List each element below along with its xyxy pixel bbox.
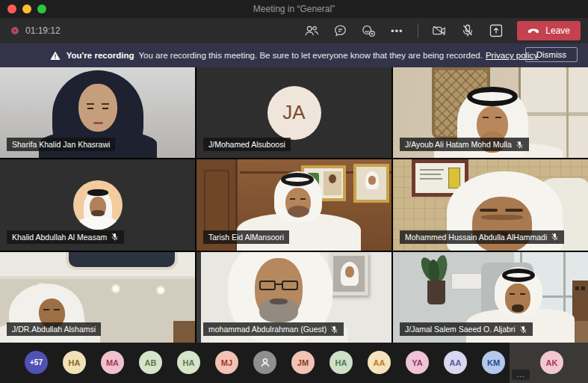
person-icon[interactable]: [253, 351, 276, 374]
avatar-bar-list: +57HAMAABHAMJJMHAAAYAAAKM: [25, 351, 505, 374]
photo-avatar: [73, 180, 123, 230]
avatar[interactable]: YA: [406, 351, 429, 374]
overflow-participant-tile[interactable]: AK ...: [510, 343, 588, 383]
banner-title: You're recording: [66, 51, 134, 60]
muted-mic-icon: [551, 233, 559, 241]
overflow-count-avatar[interactable]: +57: [25, 351, 48, 374]
leave-button[interactable]: Leave: [517, 21, 581, 40]
maximize-window-icon[interactable]: [37, 4, 46, 13]
hangup-icon: [527, 28, 539, 34]
avatar[interactable]: JM: [291, 351, 315, 374]
avatar[interactable]: MA: [101, 351, 124, 374]
recording-indicator: 01:19:12: [12, 25, 61, 36]
participant-name-tag: Khalid Abdullah Al Measam: [7, 230, 124, 244]
avatar[interactable]: HA: [177, 351, 200, 374]
muted-mic-icon: [330, 325, 338, 334]
participant-tile[interactable]: Tarish Eid AlMansoori: [196, 159, 392, 250]
participant-name: J/Mohamed Alsuboosi: [208, 140, 285, 149]
share-screen-icon[interactable]: [489, 23, 504, 38]
participant-name: Khalid Abdullah Al Measam: [12, 233, 107, 242]
close-window-icon[interactable]: [7, 4, 16, 13]
banner-message: You are recording this meeting. Be sure …: [138, 51, 483, 60]
initials-avatar: JA: [267, 86, 321, 140]
participant-tile[interactable]: mohammad Abdulrahman (Guest): [196, 252, 392, 343]
tile-more-options-button[interactable]: ...: [512, 370, 530, 380]
participant-name-tag: J/Mohamed Alsuboosi: [203, 138, 291, 151]
video-grid: Sharifa Khalid Jan Khasrawi JA J/Mohamed…: [0, 67, 588, 343]
leave-button-label: Leave: [545, 25, 570, 36]
participants-icon[interactable]: [304, 23, 319, 38]
camera-off-icon[interactable]: [432, 23, 447, 38]
minimize-window-icon[interactable]: [22, 4, 31, 13]
dismiss-button[interactable]: Dismiss: [525, 47, 578, 62]
more-options-icon[interactable]: •••: [389, 23, 404, 38]
participant-name: Sharifa Khalid Jan Khasrawi: [12, 140, 110, 149]
avatar[interactable]: AK: [540, 351, 563, 374]
participant-tile[interactable]: Mohammed Hussain Abdulla AlHammadi: [393, 159, 588, 250]
participant-tile[interactable]: Khalid Abdullah Al Measam: [0, 159, 195, 250]
meeting-timer: 01:19:12: [25, 25, 61, 36]
reactions-icon[interactable]: [361, 23, 376, 38]
avatar[interactable]: AB: [139, 351, 162, 374]
participant-tile[interactable]: Sharifa Khalid Jan Khasrawi: [0, 67, 195, 158]
participant-name-tag: Tarish Eid AlMansoori: [203, 230, 289, 244]
toolbar-divider: [418, 23, 418, 38]
participant-tile[interactable]: J/Jamal Salem Saeed O. Aljabri: [393, 252, 588, 343]
avatar[interactable]: AA: [368, 351, 391, 374]
participant-name: J/Jamal Salem Saeed O. Aljabri: [405, 325, 516, 334]
participant-name-tag: J/Jamal Salem Saeed O. Aljabri: [400, 322, 533, 336]
muted-mic-icon: [516, 141, 524, 149]
muted-mic-icon: [111, 233, 119, 241]
chat-icon[interactable]: [332, 23, 347, 38]
window-title: Meeting in “General”: [253, 4, 335, 14]
participants-strip: +57HAMAABHAMJJMHAAAYAAAKM AK ...: [0, 343, 588, 383]
participant-name-tag: J/DR.Abdullah Alshamsi: [7, 322, 101, 336]
avatar[interactable]: AA: [444, 351, 467, 374]
participant-name: J/Ayoub Ali Hatam Mohd Mulla: [405, 140, 512, 149]
participant-name-tag: mohammad Abdulrahman (Guest): [203, 322, 344, 336]
window-titlebar: Meeting in “General”: [0, 0, 588, 18]
participant-tile[interactable]: JA J/Mohamed Alsuboosi: [196, 67, 392, 158]
recording-banner: You're recording You are recording this …: [0, 43, 588, 67]
record-icon: [12, 28, 18, 34]
participant-tile[interactable]: J/DR.Abdullah Alshamsi: [0, 252, 195, 343]
avatar[interactable]: HA: [329, 351, 353, 374]
participant-name-tag: J/Ayoub Ali Hatam Mohd Mulla: [400, 138, 529, 151]
warning-icon: [50, 51, 61, 61]
avatar[interactable]: MJ: [215, 351, 238, 374]
mic-off-icon[interactable]: [460, 23, 475, 38]
meeting-toolbar: 01:19:12 ••• Leave: [0, 18, 588, 43]
participant-name: mohammad Abdulrahman (Guest): [208, 325, 327, 334]
macos-window-controls: [7, 4, 46, 13]
participant-name: Tarish Eid AlMansoori: [208, 233, 284, 242]
muted-mic-icon: [519, 325, 527, 334]
participant-name: Mohammed Hussain Abdulla AlHammadi: [405, 233, 547, 242]
participant-tile[interactable]: J/Ayoub Ali Hatam Mohd Mulla: [393, 67, 588, 158]
avatar[interactable]: HA: [63, 351, 86, 374]
participant-name-tag: Mohammed Hussain Abdulla AlHammadi: [400, 230, 564, 244]
participant-name-tag: Sharifa Khalid Jan Khasrawi: [7, 138, 115, 151]
participant-name: J/DR.Abdullah Alshamsi: [12, 325, 96, 334]
avatar[interactable]: KM: [482, 351, 505, 374]
